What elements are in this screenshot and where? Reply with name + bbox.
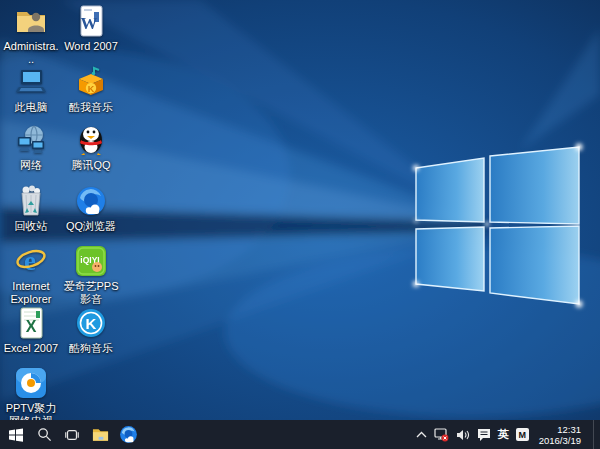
speaker-icon	[456, 429, 470, 441]
svg-text:X: X	[26, 318, 37, 335]
pptv-icon	[14, 366, 48, 400]
excel-icon: X	[14, 306, 48, 340]
icon-label: 爱奇艺PPS 影音	[62, 280, 120, 306]
qq-penguin-icon	[74, 123, 108, 157]
windows-logo-icon	[8, 427, 24, 443]
svg-text:K: K	[88, 84, 95, 94]
qq-browser-taskbar-button[interactable]	[114, 420, 142, 449]
icon-label: 酷我音乐	[69, 101, 113, 114]
icon-label: 酷狗音乐	[69, 342, 113, 355]
desktop-icon-network[interactable]: 网络	[2, 123, 60, 172]
icon-label: 腾讯QQ	[71, 159, 110, 172]
desktop-icon-kuwo-music[interactable]: K 酷我音乐	[62, 65, 120, 114]
task-view-button[interactable]	[58, 420, 86, 449]
kuwo-music-icon: K	[74, 65, 108, 99]
clock[interactable]: 12:31 2016/3/19	[536, 424, 586, 446]
user-folder-icon	[14, 4, 48, 38]
start-button[interactable]	[2, 420, 30, 449]
system-tray: 英 M 12:31 2016/3/19	[416, 420, 600, 449]
network-status-button[interactable]	[434, 420, 449, 449]
icon-label: 回收站	[15, 220, 48, 233]
taskbar: 英 M 12:31 2016/3/19	[0, 420, 600, 449]
desktop-icon-word-2007[interactable]: W Word 2007	[62, 4, 120, 53]
desktop-icon-internet-explorer[interactable]: e Internet Explorer	[2, 244, 60, 306]
clock-time: 12:31	[539, 424, 581, 435]
ime-brand-icon: M	[516, 428, 529, 441]
volume-button[interactable]	[456, 420, 470, 449]
desktop-icon-tencent-qq[interactable]: 腾讯QQ	[62, 123, 120, 172]
svg-text:W: W	[81, 14, 98, 33]
file-explorer-button[interactable]	[86, 420, 114, 449]
desktop-icon-administrator[interactable]: Administra...	[2, 4, 60, 66]
icon-label: Administra...	[2, 40, 60, 66]
icon-label: QQ浏览器	[66, 220, 116, 233]
search-icon	[37, 427, 52, 442]
icon-label: Excel 2007	[4, 342, 58, 355]
desktop-icon-qq-browser[interactable]: QQ浏览器	[62, 184, 120, 233]
icon-label: 网络	[20, 159, 42, 172]
icon-label: 此电脑	[15, 101, 48, 114]
show-hidden-icons-button[interactable]	[416, 420, 427, 449]
desktop-icon-kugou-music[interactable]: K 酷狗音乐	[62, 306, 120, 355]
computer-icon	[14, 65, 48, 99]
ime-language-indicator[interactable]: 英	[498, 420, 509, 449]
desktop-icon-pptv[interactable]: PPTV聚力 网络电视	[2, 366, 60, 428]
network-icon	[14, 123, 48, 157]
chevron-up-icon	[416, 431, 427, 438]
desktop-icon-iqiyi-pps[interactable]: iQIYI 爱奇艺PPS 影音	[62, 244, 120, 306]
word-icon: W	[74, 4, 108, 38]
desktop-icon-excel-2007[interactable]: X Excel 2007	[2, 306, 60, 355]
recycle-bin-icon	[14, 184, 48, 218]
qq-browser-icon	[119, 425, 138, 444]
qq-browser-icon	[74, 184, 108, 218]
iqiyi-pps-icon: iQIYI	[74, 244, 108, 278]
task-view-icon	[64, 428, 80, 442]
file-explorer-icon	[92, 427, 109, 442]
action-center-button[interactable]	[477, 420, 491, 449]
desktop: Administra... W Word 2007 此电脑 K	[0, 0, 600, 449]
kugou-music-icon: K	[74, 306, 108, 340]
search-button[interactable]	[30, 420, 58, 449]
clock-date: 2016/3/19	[539, 435, 581, 446]
show-desktop-button[interactable]	[593, 420, 598, 449]
desktop-icon-recycle-bin[interactable]: 回收站	[2, 184, 60, 233]
network-disconnected-icon	[434, 428, 449, 442]
desktop-icon-this-pc[interactable]: 此电脑	[2, 65, 60, 114]
internet-explorer-icon: e	[14, 244, 48, 278]
ime-brand-button[interactable]: M	[516, 420, 529, 449]
icon-label: Internet Explorer	[2, 280, 60, 306]
action-center-icon	[477, 428, 491, 441]
icon-label: Word 2007	[64, 40, 118, 53]
svg-text:K: K	[86, 315, 97, 332]
